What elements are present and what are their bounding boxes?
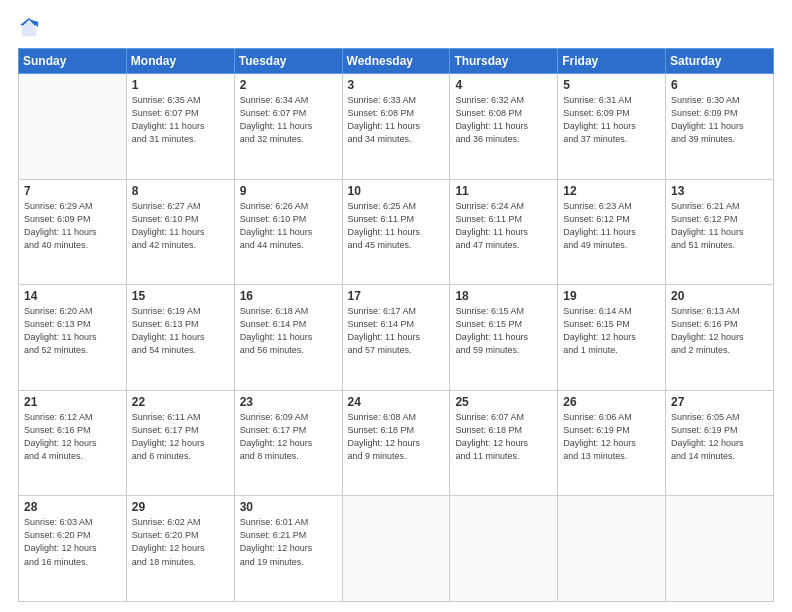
day-info: Sunrise: 6:09 AM Sunset: 6:17 PM Dayligh… — [240, 411, 338, 463]
day-info: Sunrise: 6:21 AM Sunset: 6:12 PM Dayligh… — [671, 200, 769, 252]
day-cell: 14Sunrise: 6:20 AM Sunset: 6:13 PM Dayli… — [19, 285, 127, 391]
day-cell: 13Sunrise: 6:21 AM Sunset: 6:12 PM Dayli… — [666, 179, 774, 285]
day-number: 26 — [563, 395, 661, 409]
col-header-monday: Monday — [126, 49, 234, 74]
day-info: Sunrise: 6:14 AM Sunset: 6:15 PM Dayligh… — [563, 305, 661, 357]
day-cell: 15Sunrise: 6:19 AM Sunset: 6:13 PM Dayli… — [126, 285, 234, 391]
day-number: 8 — [132, 184, 230, 198]
day-info: Sunrise: 6:19 AM Sunset: 6:13 PM Dayligh… — [132, 305, 230, 357]
col-header-saturday: Saturday — [666, 49, 774, 74]
day-number: 20 — [671, 289, 769, 303]
day-cell: 4Sunrise: 6:32 AM Sunset: 6:08 PM Daylig… — [450, 74, 558, 180]
day-number: 18 — [455, 289, 553, 303]
day-cell: 21Sunrise: 6:12 AM Sunset: 6:16 PM Dayli… — [19, 390, 127, 496]
day-info: Sunrise: 6:15 AM Sunset: 6:15 PM Dayligh… — [455, 305, 553, 357]
week-row-1: 1Sunrise: 6:35 AM Sunset: 6:07 PM Daylig… — [19, 74, 774, 180]
day-cell: 10Sunrise: 6:25 AM Sunset: 6:11 PM Dayli… — [342, 179, 450, 285]
day-number: 4 — [455, 78, 553, 92]
day-cell — [558, 496, 666, 602]
day-cell — [19, 74, 127, 180]
day-info: Sunrise: 6:25 AM Sunset: 6:11 PM Dayligh… — [348, 200, 446, 252]
week-row-5: 28Sunrise: 6:03 AM Sunset: 6:20 PM Dayli… — [19, 496, 774, 602]
week-row-4: 21Sunrise: 6:12 AM Sunset: 6:16 PM Dayli… — [19, 390, 774, 496]
day-cell: 12Sunrise: 6:23 AM Sunset: 6:12 PM Dayli… — [558, 179, 666, 285]
day-cell: 22Sunrise: 6:11 AM Sunset: 6:17 PM Dayli… — [126, 390, 234, 496]
header-row: SundayMondayTuesdayWednesdayThursdayFrid… — [19, 49, 774, 74]
day-info: Sunrise: 6:12 AM Sunset: 6:16 PM Dayligh… — [24, 411, 122, 463]
day-number: 28 — [24, 500, 122, 514]
col-header-thursday: Thursday — [450, 49, 558, 74]
day-number: 13 — [671, 184, 769, 198]
day-cell: 8Sunrise: 6:27 AM Sunset: 6:10 PM Daylig… — [126, 179, 234, 285]
day-cell: 2Sunrise: 6:34 AM Sunset: 6:07 PM Daylig… — [234, 74, 342, 180]
day-cell: 3Sunrise: 6:33 AM Sunset: 6:08 PM Daylig… — [342, 74, 450, 180]
calendar-table: SundayMondayTuesdayWednesdayThursdayFrid… — [18, 48, 774, 602]
day-cell: 26Sunrise: 6:06 AM Sunset: 6:19 PM Dayli… — [558, 390, 666, 496]
day-number: 27 — [671, 395, 769, 409]
day-number: 29 — [132, 500, 230, 514]
day-cell: 19Sunrise: 6:14 AM Sunset: 6:15 PM Dayli… — [558, 285, 666, 391]
day-info: Sunrise: 6:34 AM Sunset: 6:07 PM Dayligh… — [240, 94, 338, 146]
day-info: Sunrise: 6:01 AM Sunset: 6:21 PM Dayligh… — [240, 516, 338, 568]
day-number: 12 — [563, 184, 661, 198]
day-info: Sunrise: 6:11 AM Sunset: 6:17 PM Dayligh… — [132, 411, 230, 463]
week-row-2: 7Sunrise: 6:29 AM Sunset: 6:09 PM Daylig… — [19, 179, 774, 285]
day-cell: 6Sunrise: 6:30 AM Sunset: 6:09 PM Daylig… — [666, 74, 774, 180]
day-cell: 11Sunrise: 6:24 AM Sunset: 6:11 PM Dayli… — [450, 179, 558, 285]
day-number: 10 — [348, 184, 446, 198]
day-info: Sunrise: 6:35 AM Sunset: 6:07 PM Dayligh… — [132, 94, 230, 146]
day-number: 19 — [563, 289, 661, 303]
col-header-wednesday: Wednesday — [342, 49, 450, 74]
day-cell: 23Sunrise: 6:09 AM Sunset: 6:17 PM Dayli… — [234, 390, 342, 496]
col-header-tuesday: Tuesday — [234, 49, 342, 74]
day-cell: 29Sunrise: 6:02 AM Sunset: 6:20 PM Dayli… — [126, 496, 234, 602]
day-info: Sunrise: 6:03 AM Sunset: 6:20 PM Dayligh… — [24, 516, 122, 568]
day-info: Sunrise: 6:29 AM Sunset: 6:09 PM Dayligh… — [24, 200, 122, 252]
day-cell: 28Sunrise: 6:03 AM Sunset: 6:20 PM Dayli… — [19, 496, 127, 602]
day-cell: 25Sunrise: 6:07 AM Sunset: 6:18 PM Dayli… — [450, 390, 558, 496]
day-cell: 20Sunrise: 6:13 AM Sunset: 6:16 PM Dayli… — [666, 285, 774, 391]
day-info: Sunrise: 6:07 AM Sunset: 6:18 PM Dayligh… — [455, 411, 553, 463]
day-info: Sunrise: 6:27 AM Sunset: 6:10 PM Dayligh… — [132, 200, 230, 252]
day-cell — [450, 496, 558, 602]
day-number: 23 — [240, 395, 338, 409]
day-number: 6 — [671, 78, 769, 92]
day-info: Sunrise: 6:23 AM Sunset: 6:12 PM Dayligh… — [563, 200, 661, 252]
col-header-friday: Friday — [558, 49, 666, 74]
day-info: Sunrise: 6:33 AM Sunset: 6:08 PM Dayligh… — [348, 94, 446, 146]
day-number: 1 — [132, 78, 230, 92]
day-number: 7 — [24, 184, 122, 198]
day-number: 17 — [348, 289, 446, 303]
day-cell: 30Sunrise: 6:01 AM Sunset: 6:21 PM Dayli… — [234, 496, 342, 602]
header — [18, 18, 774, 40]
day-number: 21 — [24, 395, 122, 409]
day-info: Sunrise: 6:30 AM Sunset: 6:09 PM Dayligh… — [671, 94, 769, 146]
day-info: Sunrise: 6:17 AM Sunset: 6:14 PM Dayligh… — [348, 305, 446, 357]
day-number: 22 — [132, 395, 230, 409]
day-number: 30 — [240, 500, 338, 514]
day-info: Sunrise: 6:32 AM Sunset: 6:08 PM Dayligh… — [455, 94, 553, 146]
logo — [18, 18, 44, 40]
page: SundayMondayTuesdayWednesdayThursdayFrid… — [0, 0, 792, 612]
day-cell: 9Sunrise: 6:26 AM Sunset: 6:10 PM Daylig… — [234, 179, 342, 285]
day-cell: 24Sunrise: 6:08 AM Sunset: 6:18 PM Dayli… — [342, 390, 450, 496]
day-cell: 17Sunrise: 6:17 AM Sunset: 6:14 PM Dayli… — [342, 285, 450, 391]
day-cell: 1Sunrise: 6:35 AM Sunset: 6:07 PM Daylig… — [126, 74, 234, 180]
day-info: Sunrise: 6:24 AM Sunset: 6:11 PM Dayligh… — [455, 200, 553, 252]
day-info: Sunrise: 6:31 AM Sunset: 6:09 PM Dayligh… — [563, 94, 661, 146]
day-cell: 18Sunrise: 6:15 AM Sunset: 6:15 PM Dayli… — [450, 285, 558, 391]
day-number: 25 — [455, 395, 553, 409]
day-cell: 27Sunrise: 6:05 AM Sunset: 6:19 PM Dayli… — [666, 390, 774, 496]
day-cell: 7Sunrise: 6:29 AM Sunset: 6:09 PM Daylig… — [19, 179, 127, 285]
day-number: 2 — [240, 78, 338, 92]
day-number: 14 — [24, 289, 122, 303]
day-number: 9 — [240, 184, 338, 198]
day-info: Sunrise: 6:20 AM Sunset: 6:13 PM Dayligh… — [24, 305, 122, 357]
logo-icon — [18, 18, 40, 40]
week-row-3: 14Sunrise: 6:20 AM Sunset: 6:13 PM Dayli… — [19, 285, 774, 391]
day-number: 15 — [132, 289, 230, 303]
day-info: Sunrise: 6:13 AM Sunset: 6:16 PM Dayligh… — [671, 305, 769, 357]
day-number: 5 — [563, 78, 661, 92]
day-cell: 16Sunrise: 6:18 AM Sunset: 6:14 PM Dayli… — [234, 285, 342, 391]
day-cell: 5Sunrise: 6:31 AM Sunset: 6:09 PM Daylig… — [558, 74, 666, 180]
